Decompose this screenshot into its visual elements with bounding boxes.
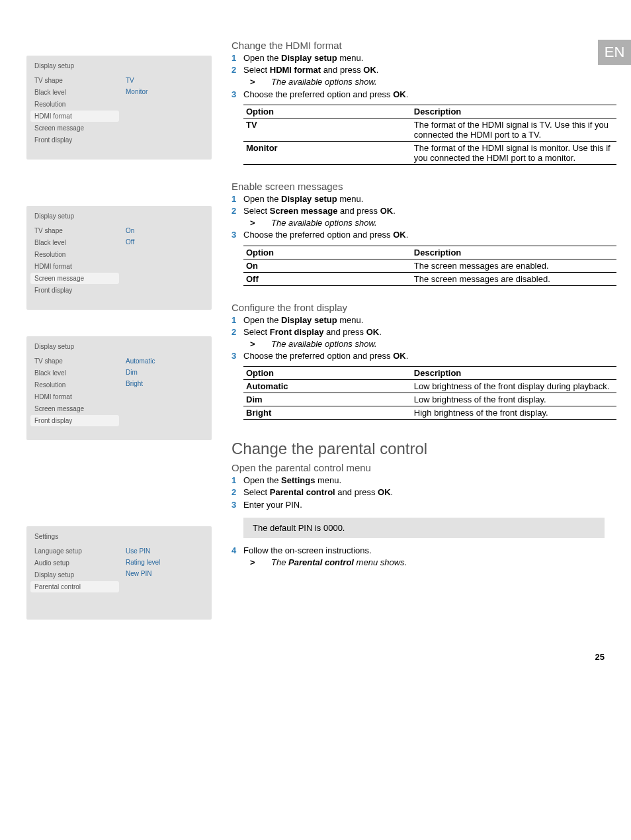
step-text: Enter your PIN. xyxy=(243,500,302,510)
menu-item: Audio setup xyxy=(30,557,119,569)
step-bold: OK xyxy=(393,351,406,361)
step-sub-text: The xyxy=(271,557,288,567)
menu-item: Display setup xyxy=(30,569,119,581)
menu-hdmi-format: Display setup TV shape Black level Resol… xyxy=(26,56,212,160)
th-option: Option xyxy=(243,246,411,259)
td-description: The screen messages are disabled. xyxy=(411,272,616,285)
td-description: The format of the HDMI signal is TV. Use… xyxy=(411,118,616,141)
menu-option: TV xyxy=(126,75,208,86)
step-text: . xyxy=(393,206,396,216)
step-text: and press xyxy=(335,487,378,497)
step-text: Select xyxy=(243,327,270,337)
menu-option: On xyxy=(126,225,208,236)
step-number: 3 xyxy=(231,499,243,511)
step-text: . xyxy=(406,351,409,361)
section-screen-messages-heading: Enable screen messages xyxy=(231,181,605,192)
step-number: 2 xyxy=(231,205,243,217)
td-description: High brightness of the front display. xyxy=(411,406,616,420)
step: 1Open the Display setup menu. xyxy=(231,193,605,205)
menu-item: Language setup xyxy=(30,545,119,557)
menu-front-display: Display setup TV shape Black level Resol… xyxy=(26,336,212,440)
menu-item: TV shape xyxy=(30,75,119,86)
td-option: On xyxy=(243,259,411,272)
steps-front: 1Open the Display setup menu. 2Select Fr… xyxy=(231,314,605,363)
menu-option: Automatic xyxy=(126,355,208,367)
step-text: Open the xyxy=(243,475,281,485)
th-option: Option xyxy=(243,367,411,380)
step-sub: >The available options show. xyxy=(246,217,605,229)
step-text: menu. xyxy=(337,53,364,63)
arrow-icon: > xyxy=(261,557,271,569)
step-bold: Settings xyxy=(281,475,315,485)
step-bold: Screen message xyxy=(270,206,338,216)
step-number: 1 xyxy=(231,193,243,205)
section-parental-control-heading: Change the parental control xyxy=(231,440,605,458)
step-text: and press xyxy=(323,327,366,337)
step: 3Enter your PIN. xyxy=(231,499,605,511)
menu-item: Front display xyxy=(30,285,119,296)
arrow-icon: > xyxy=(261,76,271,88)
step-bold: Display setup xyxy=(281,53,337,63)
menu-item: Resolution xyxy=(30,249,119,260)
step-text: menu. xyxy=(337,194,364,204)
td-option: Automatic xyxy=(243,380,411,393)
td-description: The screen messages are enabled. xyxy=(411,259,616,272)
step-text: and press xyxy=(321,65,363,75)
step-text: . xyxy=(406,230,409,240)
step-number: 3 xyxy=(231,350,243,362)
step-text: Open the xyxy=(243,315,281,325)
steps-parental: 1Open the Settings menu. 2Select Parenta… xyxy=(231,475,605,511)
menu-title: Display setup xyxy=(30,210,208,225)
step: 2Select HDMI format and press OK. >The a… xyxy=(231,64,605,88)
td-option: Bright xyxy=(243,406,411,420)
note-default-pin: The default PIN is 0000. xyxy=(243,518,605,538)
td-description: The format of the HDMI signal is monitor… xyxy=(411,141,616,164)
menu-item: Resolution xyxy=(30,99,119,110)
td-option: Dim xyxy=(243,393,411,406)
step-text: Open the xyxy=(243,53,281,63)
td-option: Monitor xyxy=(243,141,411,164)
menu-item: TV shape xyxy=(30,355,119,367)
menu-item: Screen message xyxy=(30,122,119,134)
menu-item: Black level xyxy=(30,87,119,98)
step-bold: Front display xyxy=(270,327,324,337)
step-text: Choose the preferred option and press xyxy=(243,230,393,240)
menu-option: Use PIN xyxy=(126,545,208,557)
menu-item: Front display xyxy=(30,134,119,146)
menu-option: Rating level xyxy=(126,557,208,568)
step-number: 3 xyxy=(231,229,243,241)
step-text: Open the xyxy=(243,194,281,204)
step-text: . xyxy=(379,327,382,337)
step-sub: >The available options show. xyxy=(246,76,605,88)
step-sub-text: The available options show. xyxy=(271,339,377,349)
table-front-options: OptionDescription AutomaticLow brightnes… xyxy=(243,366,616,420)
step-text: Follow the on-screen instructions. xyxy=(243,545,372,555)
menu-item-selected: Parental control xyxy=(30,581,119,592)
step: 3Choose the preferred option and press O… xyxy=(231,229,605,241)
step-sub-bold: Parental control xyxy=(288,557,354,567)
step: 1Open the Display setup menu. xyxy=(231,314,605,326)
step-sub: >The Parental control menu shows. xyxy=(246,557,605,569)
step-text: menu. xyxy=(337,315,364,325)
step-text: Select xyxy=(243,65,270,75)
menu-option: Off xyxy=(126,236,208,248)
menu-title: Display setup xyxy=(30,340,208,355)
step: 4Follow the on-screen instructions. >The… xyxy=(231,545,605,569)
step-sub-text: The available options show. xyxy=(271,218,377,228)
th-description: Description xyxy=(411,367,616,380)
td-description: Low brightness of the front display. xyxy=(411,393,616,406)
menu-item-selected: Front display xyxy=(30,415,119,426)
menu-option: Bright xyxy=(126,378,208,389)
th-description: Description xyxy=(411,246,616,259)
step: 2Select Parental control and press OK. xyxy=(231,487,605,498)
step: 2Select Front display and press OK. >The… xyxy=(231,326,605,350)
step-bold: Display setup xyxy=(281,315,337,325)
step-bold: Parental control xyxy=(270,487,335,497)
menu-item: Resolution xyxy=(30,379,119,391)
step-text: Select xyxy=(243,487,270,497)
step-number: 2 xyxy=(231,487,243,498)
menu-item: HDMI format xyxy=(30,391,119,402)
steps-parental-2: 4Follow the on-screen instructions. >The… xyxy=(231,545,605,569)
menu-item-selected: HDMI format xyxy=(30,111,119,122)
step: 2Select Screen message and press OK. >Th… xyxy=(231,205,605,229)
